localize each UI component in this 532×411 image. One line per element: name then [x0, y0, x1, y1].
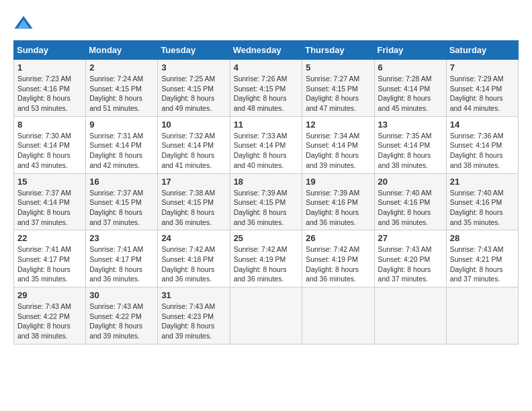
day-detail: Sunrise: 7:43 AMSunset: 4:23 PMDaylight:…	[161, 302, 215, 340]
calendar-cell	[446, 287, 518, 345]
calendar-cell: 11 Sunrise: 7:33 AMSunset: 4:14 PMDaylig…	[230, 116, 302, 173]
day-detail: Sunrise: 7:41 AMSunset: 4:17 PMDaylight:…	[89, 245, 143, 283]
weekday-header-thursday: Thursday	[302, 41, 374, 60]
day-number: 15	[17, 177, 82, 187]
calendar-week-row: 15 Sunrise: 7:37 AMSunset: 4:14 PMDaylig…	[14, 173, 519, 230]
day-number: 22	[17, 233, 82, 243]
day-detail: Sunrise: 7:30 AMSunset: 4:14 PMDaylight:…	[17, 132, 71, 169]
day-detail: Sunrise: 7:41 AMSunset: 4:17 PMDaylight:…	[17, 245, 71, 283]
day-number: 12	[306, 120, 370, 130]
logo-icon	[13, 13, 34, 34]
day-number: 23	[89, 233, 154, 243]
day-detail: Sunrise: 7:39 AMSunset: 4:16 PMDaylight:…	[306, 189, 359, 226]
day-number: 26	[306, 233, 370, 243]
day-detail: Sunrise: 7:40 AMSunset: 4:16 PMDaylight:…	[450, 189, 504, 226]
day-detail: Sunrise: 7:32 AMSunset: 4:14 PMDaylight:…	[161, 132, 215, 169]
weekday-header-saturday: Saturday	[446, 41, 518, 60]
day-detail: Sunrise: 7:31 AMSunset: 4:14 PMDaylight:…	[89, 132, 143, 169]
day-detail: Sunrise: 7:37 AMSunset: 4:14 PMDaylight:…	[17, 189, 71, 226]
day-detail: Sunrise: 7:33 AMSunset: 4:14 PMDaylight:…	[234, 132, 287, 169]
calendar-cell: 10 Sunrise: 7:32 AMSunset: 4:14 PMDaylig…	[158, 116, 230, 173]
calendar-cell: 23 Sunrise: 7:41 AMSunset: 4:17 PMDaylig…	[86, 230, 158, 287]
day-detail: Sunrise: 7:24 AMSunset: 4:15 PMDaylight:…	[89, 75, 143, 112]
day-detail: Sunrise: 7:28 AMSunset: 4:14 PMDaylight:…	[378, 75, 432, 112]
day-detail: Sunrise: 7:36 AMSunset: 4:14 PMDaylight:…	[450, 132, 504, 169]
day-detail: Sunrise: 7:37 AMSunset: 4:15 PMDaylight:…	[89, 189, 143, 226]
day-detail: Sunrise: 7:34 AMSunset: 4:14 PMDaylight:…	[306, 132, 359, 169]
day-detail: Sunrise: 7:38 AMSunset: 4:15 PMDaylight:…	[161, 189, 215, 226]
day-number: 28	[450, 233, 515, 243]
calendar-cell	[374, 287, 446, 345]
calendar-cell: 22 Sunrise: 7:41 AMSunset: 4:17 PMDaylig…	[14, 230, 86, 287]
calendar-cell: 3 Sunrise: 7:25 AMSunset: 4:15 PMDayligh…	[158, 60, 230, 117]
day-number: 17	[161, 177, 226, 187]
weekday-header-tuesday: Tuesday	[158, 41, 230, 60]
page-header	[13, 13, 519, 34]
day-number: 24	[161, 233, 226, 243]
day-detail: Sunrise: 7:29 AMSunset: 4:14 PMDaylight:…	[450, 75, 504, 112]
calendar-cell: 30 Sunrise: 7:43 AMSunset: 4:22 PMDaylig…	[86, 287, 158, 345]
day-number: 13	[378, 120, 443, 130]
day-detail: Sunrise: 7:23 AMSunset: 4:16 PMDaylight:…	[17, 75, 71, 112]
calendar-week-row: 29 Sunrise: 7:43 AMSunset: 4:22 PMDaylig…	[14, 287, 519, 345]
calendar-cell: 20 Sunrise: 7:40 AMSunset: 4:16 PMDaylig…	[374, 173, 446, 230]
day-number: 18	[234, 177, 299, 187]
calendar-week-row: 1 Sunrise: 7:23 AMSunset: 4:16 PMDayligh…	[14, 60, 519, 117]
day-number: 6	[378, 62, 443, 73]
day-number: 31	[161, 290, 226, 300]
calendar-cell: 5 Sunrise: 7:27 AMSunset: 4:15 PMDayligh…	[302, 60, 374, 117]
day-detail: Sunrise: 7:42 AMSunset: 4:18 PMDaylight:…	[161, 245, 215, 283]
calendar-cell: 14 Sunrise: 7:36 AMSunset: 4:14 PMDaylig…	[446, 116, 518, 173]
calendar-table: SundayMondayTuesdayWednesdayThursdayFrid…	[13, 40, 519, 345]
calendar-cell: 31 Sunrise: 7:43 AMSunset: 4:23 PMDaylig…	[158, 287, 230, 345]
calendar-cell: 1 Sunrise: 7:23 AMSunset: 4:16 PMDayligh…	[14, 60, 86, 117]
calendar-cell	[230, 287, 302, 345]
day-number: 11	[234, 120, 299, 130]
calendar-cell: 15 Sunrise: 7:37 AMSunset: 4:14 PMDaylig…	[14, 173, 86, 230]
day-detail: Sunrise: 7:40 AMSunset: 4:16 PMDaylight:…	[378, 189, 432, 226]
day-number: 27	[378, 233, 443, 243]
calendar-cell: 7 Sunrise: 7:29 AMSunset: 4:14 PMDayligh…	[446, 60, 518, 117]
day-detail: Sunrise: 7:42 AMSunset: 4:19 PMDaylight:…	[306, 245, 359, 283]
day-number: 5	[306, 62, 370, 73]
day-number: 14	[450, 120, 515, 130]
day-number: 8	[17, 120, 82, 130]
day-number: 21	[450, 177, 515, 187]
calendar-week-row: 8 Sunrise: 7:30 AMSunset: 4:14 PMDayligh…	[14, 116, 519, 173]
day-detail: Sunrise: 7:43 AMSunset: 4:22 PMDaylight:…	[17, 302, 71, 340]
calendar-cell: 19 Sunrise: 7:39 AMSunset: 4:16 PMDaylig…	[302, 173, 374, 230]
calendar-cell: 26 Sunrise: 7:42 AMSunset: 4:19 PMDaylig…	[302, 230, 374, 287]
day-detail: Sunrise: 7:42 AMSunset: 4:19 PMDaylight:…	[234, 245, 287, 283]
day-number: 7	[450, 62, 515, 73]
day-detail: Sunrise: 7:27 AMSunset: 4:15 PMDaylight:…	[306, 75, 359, 112]
calendar-cell: 9 Sunrise: 7:31 AMSunset: 4:14 PMDayligh…	[86, 116, 158, 173]
calendar-cell: 2 Sunrise: 7:24 AMSunset: 4:15 PMDayligh…	[86, 60, 158, 117]
day-number: 2	[89, 62, 154, 73]
day-detail: Sunrise: 7:35 AMSunset: 4:14 PMDaylight:…	[378, 132, 432, 169]
calendar-cell: 17 Sunrise: 7:38 AMSunset: 4:15 PMDaylig…	[158, 173, 230, 230]
calendar-week-row: 22 Sunrise: 7:41 AMSunset: 4:17 PMDaylig…	[14, 230, 519, 287]
day-number: 1	[17, 62, 82, 73]
calendar-cell: 24 Sunrise: 7:42 AMSunset: 4:18 PMDaylig…	[158, 230, 230, 287]
day-number: 20	[378, 177, 443, 187]
day-detail: Sunrise: 7:25 AMSunset: 4:15 PMDaylight:…	[161, 75, 215, 112]
calendar-cell: 27 Sunrise: 7:43 AMSunset: 4:20 PMDaylig…	[374, 230, 446, 287]
weekday-header-friday: Friday	[374, 41, 446, 60]
weekday-header-row: SundayMondayTuesdayWednesdayThursdayFrid…	[14, 41, 519, 60]
calendar-cell: 16 Sunrise: 7:37 AMSunset: 4:15 PMDaylig…	[86, 173, 158, 230]
day-detail: Sunrise: 7:26 AMSunset: 4:15 PMDaylight:…	[234, 75, 287, 112]
day-detail: Sunrise: 7:43 AMSunset: 4:22 PMDaylight:…	[89, 302, 143, 340]
day-detail: Sunrise: 7:43 AMSunset: 4:20 PMDaylight:…	[378, 245, 432, 283]
day-detail: Sunrise: 7:43 AMSunset: 4:21 PMDaylight:…	[450, 245, 504, 283]
calendar-cell: 12 Sunrise: 7:34 AMSunset: 4:14 PMDaylig…	[302, 116, 374, 173]
day-number: 29	[17, 290, 82, 300]
day-number: 9	[89, 120, 154, 130]
day-number: 25	[234, 233, 299, 243]
calendar-cell: 25 Sunrise: 7:42 AMSunset: 4:19 PMDaylig…	[230, 230, 302, 287]
day-number: 19	[306, 177, 370, 187]
day-detail: Sunrise: 7:39 AMSunset: 4:15 PMDaylight:…	[234, 189, 287, 226]
day-number: 30	[89, 290, 154, 300]
logo	[13, 13, 36, 34]
weekday-header-sunday: Sunday	[14, 41, 86, 60]
day-number: 10	[161, 120, 226, 130]
